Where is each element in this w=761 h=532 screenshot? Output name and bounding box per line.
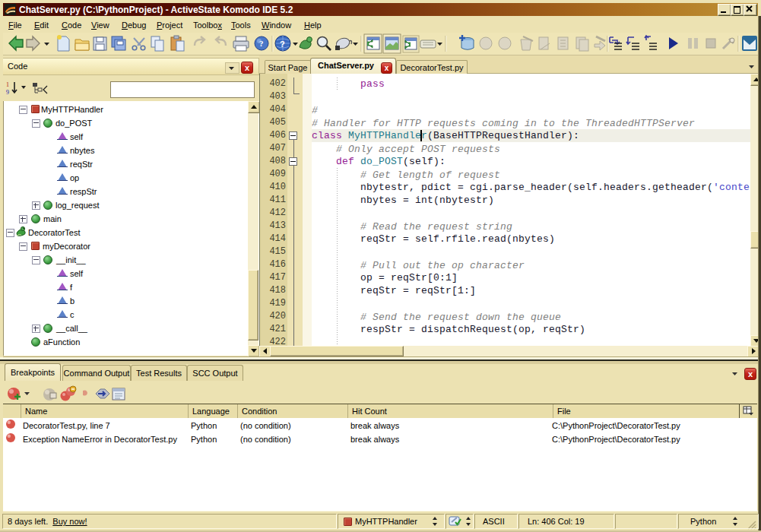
svg-text:9: 9	[6, 89, 9, 96]
svg-text:?: ?	[280, 40, 285, 49]
svg-text:?: ?	[259, 39, 264, 48]
svg-text:1: 1	[6, 81, 9, 88]
